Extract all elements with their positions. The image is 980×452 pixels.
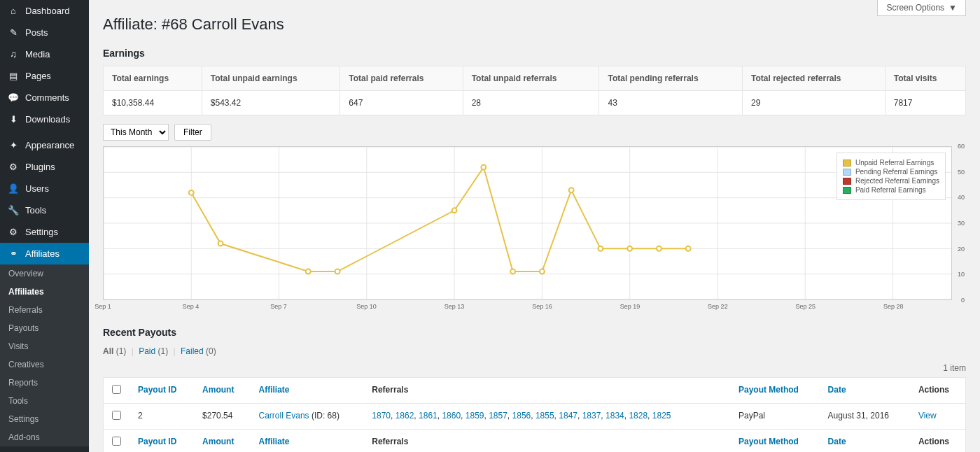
actions-cell: View <box>910 404 966 430</box>
column-header[interactable]: Date <box>820 430 910 453</box>
column-header[interactable]: Amount <box>194 378 250 404</box>
row-checkbox[interactable] <box>112 411 121 420</box>
referral-link[interactable]: 1825 <box>652 411 671 421</box>
sidebar-item-affiliates[interactable]: ⚭Affiliates <box>0 243 89 264</box>
chart-y-axis: 0102030405060 <box>952 146 966 300</box>
legend-label: Rejected Referral Earnings <box>855 177 939 185</box>
legend-item: Rejected Referral Earnings <box>843 177 939 185</box>
column-header[interactable]: Affiliate <box>251 378 364 404</box>
tablenav-top: 1 item <box>103 363 966 373</box>
plugin-icon: ⚙ <box>7 162 20 172</box>
column-header[interactable]: Affiliate <box>251 430 364 453</box>
sort-link[interactable]: Payout ID <box>138 385 176 395</box>
submenu-item-reports[interactable]: Reports <box>0 374 89 392</box>
referrals-cell: 1870, 1862, 1861, 1860, 1859, 1857, 1856… <box>363 404 730 430</box>
submenu-item-settings[interactable]: Settings <box>0 410 89 428</box>
earnings-header: Total unpaid referrals <box>463 66 599 91</box>
submenu-item-payouts[interactable]: Payouts <box>0 319 89 337</box>
select-all-checkbox[interactable] <box>112 385 121 394</box>
column-header[interactable]: Amount <box>194 430 250 453</box>
legend-item: Paid Referral Earnings <box>843 186 939 194</box>
sidebar-item-label: Dashboard <box>25 6 70 16</box>
sidebar-item-dashboard[interactable]: ⌂Dashboard <box>0 0 89 22</box>
referral-link[interactable]: 1870 <box>372 411 391 421</box>
earnings-heading: Earnings <box>103 48 966 59</box>
svg-point-24 <box>540 269 545 274</box>
sort-link[interactable]: Affiliate <box>259 437 290 446</box>
sort-link[interactable]: Amount <box>202 385 234 395</box>
column-header[interactable]: Date <box>820 378 910 404</box>
svg-point-27 <box>627 246 632 251</box>
referral-link[interactable]: 1856 <box>512 411 531 421</box>
sidebar-item-comments[interactable]: 💬Comments <box>0 87 89 108</box>
earnings-header: Total earnings <box>104 66 202 91</box>
affiliate-link[interactable]: Carroll Evans <box>259 411 309 421</box>
sidebar-item-label: Appearance <box>25 140 74 150</box>
sidebar-item-posts[interactable]: ✎Posts <box>0 22 89 43</box>
sidebar-item-media[interactable]: ♫Media <box>0 43 89 65</box>
method-cell: PayPal <box>730 404 820 430</box>
sort-link[interactable]: Payout Method <box>738 437 799 446</box>
sidebar-item-users[interactable]: 👤Users <box>0 178 89 199</box>
referral-link[interactable]: 1847 <box>559 411 578 421</box>
view-link[interactable]: View <box>918 411 937 421</box>
sidebar-item-appearance[interactable]: ✦Appearance <box>0 134 89 156</box>
referral-link[interactable]: 1860 <box>442 411 461 421</box>
referral-link[interactable]: 1859 <box>465 411 484 421</box>
svg-point-26 <box>598 246 603 251</box>
sort-link[interactable]: Affiliate <box>259 385 290 395</box>
svg-point-22 <box>481 165 486 170</box>
submenu-item-affiliates[interactable]: Affiliates <box>0 283 89 301</box>
x-tick-label: Sep 13 <box>444 303 465 310</box>
sort-link[interactable]: Date <box>828 385 846 395</box>
legend-swatch <box>843 178 851 185</box>
filter-button[interactable]: Filter <box>174 124 211 141</box>
earnings-chart: Unpaid Referral EarningsPending Referral… <box>103 146 952 300</box>
download-icon: ⬇ <box>7 114 20 125</box>
payouts-table: Payout IDAmountAffiliateReferralsPayout … <box>103 377 966 452</box>
sidebar-item-label: Users <box>25 183 49 194</box>
check-column <box>104 378 130 404</box>
submenu-item-tools[interactable]: Tools <box>0 392 89 410</box>
sidebar-item-tools[interactable]: 🔧Tools <box>0 199 89 221</box>
date-range-select[interactable]: This Month <box>103 124 169 141</box>
filter-all[interactable]: All <box>103 346 113 356</box>
table-row: 2$270.54Carroll Evans (ID: 68)1870, 1862… <box>104 404 966 430</box>
sidebar-item-label: Plugins <box>25 162 55 172</box>
x-tick-label: Sep 19 <box>620 303 640 310</box>
submenu-item-add-ons[interactable]: Add-ons <box>0 428 89 446</box>
sidebar-item-settings[interactable]: ⚙Settings <box>0 221 89 243</box>
column-header[interactable]: Payout Method <box>730 430 820 453</box>
filter-failed[interactable]: Failed <box>181 346 204 356</box>
submenu-item-visits[interactable]: Visits <box>0 337 89 355</box>
select-all-checkbox[interactable] <box>112 437 121 446</box>
sort-link[interactable]: Payout Method <box>738 385 799 395</box>
y-tick-label: 50 <box>958 169 965 176</box>
submenu-item-referrals[interactable]: Referrals <box>0 301 89 319</box>
sort-link[interactable]: Date <box>828 437 846 446</box>
screen-options-toggle[interactable]: Screen Options ▼ <box>877 0 966 16</box>
referral-link[interactable]: 1857 <box>489 411 507 421</box>
referral-link[interactable]: 1837 <box>582 411 601 421</box>
submenu-item-creatives[interactable]: Creatives <box>0 355 89 374</box>
y-tick-label: 60 <box>958 143 965 150</box>
sidebar-item-plugins[interactable]: ⚙Plugins <box>0 156 89 178</box>
column-header[interactable]: Payout ID <box>130 430 194 453</box>
referral-link[interactable]: 1861 <box>419 411 438 421</box>
referral-link[interactable]: 1834 <box>606 411 624 421</box>
sidebar-item-pages[interactable]: ▤Pages <box>0 65 89 87</box>
svg-point-17 <box>189 190 194 195</box>
referral-link[interactable]: 1855 <box>536 411 554 421</box>
sort-link[interactable]: Payout ID <box>138 437 176 446</box>
referral-link[interactable]: 1862 <box>396 411 414 421</box>
filter-paid[interactable]: Paid <box>139 346 155 356</box>
submenu-item-overview[interactable]: Overview <box>0 264 89 283</box>
sidebar-item-downloads[interactable]: ⬇Downloads <box>0 108 89 130</box>
earnings-value: 29 <box>743 91 886 115</box>
column-header[interactable]: Payout ID <box>130 378 194 404</box>
payout-id-cell: 2 <box>130 404 194 430</box>
sort-link[interactable]: Amount <box>202 437 234 446</box>
settings-icon: ⚙ <box>7 227 20 237</box>
column-header[interactable]: Payout Method <box>730 378 820 404</box>
referral-link[interactable]: 1828 <box>629 411 648 421</box>
